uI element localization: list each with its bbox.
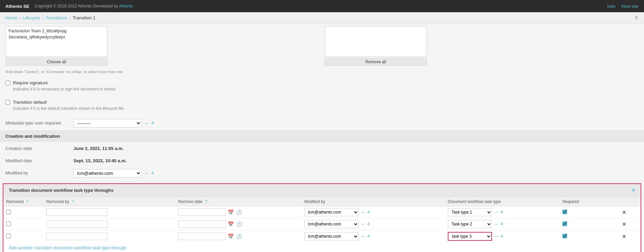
calendar-icon-1[interactable]: 📅 xyxy=(227,221,234,228)
removed-checkbox-1[interactable] xyxy=(6,221,11,226)
removed-by-help-icon[interactable]: ? xyxy=(72,199,74,204)
brand-logo: Athento SE xyxy=(5,4,29,9)
add-workflow-link[interactable]: Add another transition document workflow… xyxy=(3,242,641,252)
task-type-cell-0: Task type 1Task type 2task type 3task ty… xyxy=(445,206,560,218)
require-signature-checkbox[interactable] xyxy=(5,81,10,85)
available-groups-container: Facturacion Team 2_tbtzattpvpg Secretari… xyxy=(5,26,319,66)
transition-default-checkbox[interactable] xyxy=(5,100,10,105)
task-type-select-2[interactable]: Task type 1Task type 2task type 3task ty… xyxy=(448,232,492,241)
metadata-type-add[interactable]: + xyxy=(151,120,155,127)
col-removed-by: Removed by ? xyxy=(44,197,175,206)
collapse-icon[interactable]: ⇅ xyxy=(634,15,639,20)
breadcrumb-home[interactable]: Home xyxy=(5,15,17,20)
removed-by-input-0[interactable] xyxy=(46,208,107,216)
remove-all-button[interactable]: Remove all xyxy=(325,58,427,66)
task-type-row-add-1[interactable]: + xyxy=(500,221,504,228)
modified-by-select-1[interactable]: lcm@athento.com xyxy=(304,220,359,228)
remove-date-cell-1: 📅 🕐 xyxy=(175,218,302,230)
task-type-row-add-2[interactable]: + xyxy=(500,233,504,240)
task-type-row-arrow-2[interactable]: → xyxy=(493,233,499,239)
breadcrumb: Home › Lifecycle › Transitions › Transit… xyxy=(0,12,644,23)
transition-section-add-icon[interactable]: + xyxy=(631,187,635,194)
athento-link[interactable]: Athento xyxy=(119,4,133,9)
removed-by-input-1[interactable] xyxy=(46,220,107,228)
creation-date-label: Creation date xyxy=(5,145,73,151)
modified-by-row-arrow-2[interactable]: → xyxy=(360,233,366,239)
delete-row-button-2[interactable]: ✕ xyxy=(620,233,628,240)
clock-icon-2[interactable]: 🕐 xyxy=(236,233,243,240)
user-name: Iván xyxy=(607,4,616,9)
modified-date-row: Modified date Sept. 13, 2022, 10:40 a.m. xyxy=(0,154,644,166)
delete-cell-2: ✕ xyxy=(617,230,641,243)
task-type-cell-1: Task type 1Task type 2task type 3task ty… xyxy=(445,218,560,230)
modified-by-select-0[interactable]: lcm@athento.com xyxy=(304,208,359,216)
require-signature-field: Require signature Indicates if it is nec… xyxy=(0,78,644,97)
remove-date-input-2[interactable] xyxy=(178,233,226,240)
list-item[interactable]: Facturacion Team 2_tbtzattpvpg xyxy=(7,28,106,34)
selected-groups-list[interactable] xyxy=(325,26,427,57)
removed-checkbox-2[interactable] xyxy=(6,234,11,238)
selected-groups-container: Remove all xyxy=(325,26,639,66)
remove-date-input-1[interactable] xyxy=(178,220,226,228)
view-site-link[interactable]: View site xyxy=(621,4,639,9)
task-type-row-add-0[interactable]: + xyxy=(500,209,504,216)
metadata-type-arrow[interactable]: → xyxy=(143,120,149,127)
removed-cell-2 xyxy=(3,230,44,243)
available-groups-list[interactable]: Facturacion Team 2_tbtzattpvpg Secretari… xyxy=(5,26,107,57)
metadata-type-select[interactable]: --------- xyxy=(73,119,141,128)
modified-by-label: Modified by xyxy=(5,169,73,175)
delete-row-button-0[interactable]: ✕ xyxy=(620,208,628,216)
top-bar: Athento SE Copyright © 2018-2022 Athento… xyxy=(0,0,644,12)
calendar-icon-0[interactable]: 📅 xyxy=(227,209,234,216)
modified-by-row-add-0[interactable]: + xyxy=(367,209,371,216)
delete-row-button-1[interactable]: ✕ xyxy=(620,220,628,228)
removed-by-input-2[interactable] xyxy=(46,233,107,240)
remove-date-input-0[interactable] xyxy=(178,208,226,216)
require-signature-label: Require signature xyxy=(13,80,48,85)
delete-cell-1: ✕ xyxy=(617,218,641,230)
required-checkbox-1[interactable] xyxy=(562,221,567,226)
table-row: 📅 🕐 lcm@athento.com → + Task type 1Task … xyxy=(3,218,641,230)
removed-cell-0 xyxy=(3,206,44,218)
table-row: 📅 🕐 lcm@athento.com → + Task type 1Task … xyxy=(3,206,641,218)
delete-cell-0: ✕ xyxy=(617,206,641,218)
col-removed: Removed ? xyxy=(3,197,44,206)
col-doc-workflow: Document workflow task type xyxy=(445,197,560,206)
transition-default-field: Transition default Indicates if it is th… xyxy=(0,97,644,116)
required-cell-0 xyxy=(560,206,617,218)
modified-by-add[interactable]: + xyxy=(151,170,155,177)
task-type-select-0[interactable]: Task type 1Task type 2task type 3task ty… xyxy=(448,208,492,216)
removed-help-icon[interactable]: ? xyxy=(26,199,29,204)
modified-by-select-2[interactable]: lcm@athento.com xyxy=(304,232,359,240)
copyright-text: Copyright © 2018-2022 Athento Developed … xyxy=(35,4,133,9)
table-header-row: Removed ? Removed by ? Remove date ? Mod… xyxy=(3,197,641,206)
modified-by-select[interactable]: lcm@athento.com xyxy=(73,169,141,178)
removed-checkbox-0[interactable] xyxy=(6,209,11,214)
task-type-row-arrow-0[interactable]: → xyxy=(493,209,499,215)
breadcrumb-lifecycle[interactable]: Lifecycle xyxy=(23,15,40,20)
modified-by-row-add-2[interactable]: + xyxy=(367,233,371,240)
list-item[interactable]: Secretaria_qllfwkywdyzxylbwjvi xyxy=(7,34,106,40)
clock-icon-1[interactable]: 🕐 xyxy=(236,221,243,228)
required-checkbox-0[interactable] xyxy=(562,209,567,214)
remove-date-help-icon[interactable]: ? xyxy=(205,199,207,204)
calendar-icon-2[interactable]: 📅 xyxy=(227,233,234,240)
modified-by-arrow[interactable]: → xyxy=(143,170,149,177)
metadata-type-row: Metadata type user required --------- → … xyxy=(0,116,644,131)
table-row: 📅 🕐 lcm@athento.com → + Task type 1Task … xyxy=(3,230,641,243)
removed-by-cell-1 xyxy=(44,218,175,230)
modified-by-row: Modified by lcm@athento.com → + xyxy=(0,166,644,181)
clock-icon-0[interactable]: 🕐 xyxy=(236,209,243,216)
modified-by-value: lcm@athento.com → + xyxy=(73,169,639,178)
choose-all-button[interactable]: Choose all xyxy=(5,58,107,66)
task-type-select-1[interactable]: Task type 1Task type 2task type 3task ty… xyxy=(448,220,492,228)
modified-by-row-arrow-0[interactable]: → xyxy=(360,209,366,215)
modified-by-row-arrow-1[interactable]: → xyxy=(360,221,366,227)
col-actions xyxy=(617,197,641,206)
task-type-row-arrow-1[interactable]: → xyxy=(493,221,499,227)
modified-by-row-add-1[interactable]: + xyxy=(367,221,371,228)
transition-section: Transition document workflow task type t… xyxy=(3,183,641,252)
breadcrumb-transitions[interactable]: Transitions xyxy=(46,15,67,20)
remove-date-cell-0: 📅 🕐 xyxy=(175,206,302,218)
required-checkbox-2[interactable] xyxy=(562,234,567,238)
